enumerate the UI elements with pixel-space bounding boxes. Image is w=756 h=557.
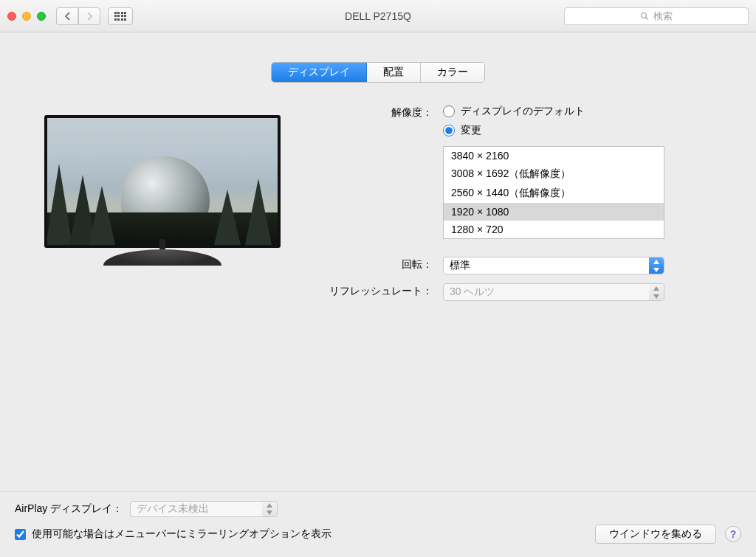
help-button[interactable]: ? xyxy=(725,526,741,542)
resolution-option[interactable]: 1280 × 720 xyxy=(444,221,664,238)
grid-icon xyxy=(114,12,127,21)
search-icon xyxy=(640,12,649,21)
nav-history xyxy=(56,7,100,25)
back-button[interactable] xyxy=(56,7,78,25)
radio-scaled-resolution[interactable]: 変更 xyxy=(443,124,585,137)
tab-display[interactable]: ディスプレイ xyxy=(272,63,367,82)
airplay-select[interactable]: デバイス未検出 xyxy=(130,501,278,517)
rotation-select[interactable]: 標準 xyxy=(443,257,664,274)
gather-windows-button[interactable]: ウインドウを集める xyxy=(595,525,716,544)
resolution-option[interactable]: 1920 × 1080 xyxy=(444,203,664,221)
footer: AirPlay ディスプレイ： デバイス未検出 使用可能な場合はメニューバーにミ… xyxy=(0,491,756,557)
resolution-option[interactable]: 3840 × 2160 xyxy=(444,147,664,165)
forward-button[interactable] xyxy=(78,7,100,25)
chevron-updown-icon xyxy=(649,284,664,300)
resolution-option[interactable]: 3008 × 1692（低解像度） xyxy=(444,165,664,184)
window-titlebar: DELL P2715Q 検索 xyxy=(0,0,756,32)
resolution-list[interactable]: 3840 × 2160 3008 × 1692（低解像度） 2560 × 144… xyxy=(443,146,664,239)
monitor-stand-icon xyxy=(103,249,221,266)
chevron-updown-icon xyxy=(262,502,277,516)
close-window-button[interactable] xyxy=(7,12,16,21)
mirroring-checkbox[interactable]: 使用可能な場合はメニューバーにミラーリングオプションを表示 xyxy=(15,527,331,541)
tab-arrangement[interactable]: 配置 xyxy=(367,63,421,82)
resolution-option[interactable]: 2560 × 1440（低解像度） xyxy=(444,184,664,203)
tab-color[interactable]: カラー xyxy=(421,63,484,82)
fullscreen-window-button[interactable] xyxy=(37,12,46,21)
display-preview xyxy=(30,115,295,310)
refresh-label: リフレッシュレート： xyxy=(295,283,443,298)
tab-bar: ディスプレイ 配置 カラー xyxy=(0,62,756,83)
rotation-label: 回転： xyxy=(295,257,443,271)
search-placeholder: 検索 xyxy=(653,10,673,23)
airplay-label: AirPlay ディスプレイ： xyxy=(15,502,123,516)
minimize-window-button[interactable] xyxy=(22,12,31,21)
radio-default-resolution[interactable]: ディスプレイのデフォルト xyxy=(443,105,585,118)
svg-point-0 xyxy=(642,13,647,18)
chevron-updown-icon xyxy=(649,257,664,274)
show-all-button[interactable] xyxy=(108,7,133,25)
svg-line-1 xyxy=(646,17,648,19)
monitor-screen-icon xyxy=(44,115,281,248)
traffic-lights xyxy=(7,12,46,21)
search-input[interactable]: 検索 xyxy=(564,7,749,25)
resolution-label: 解像度： xyxy=(295,105,443,120)
refresh-rate-select: 30 ヘルツ xyxy=(443,283,664,301)
